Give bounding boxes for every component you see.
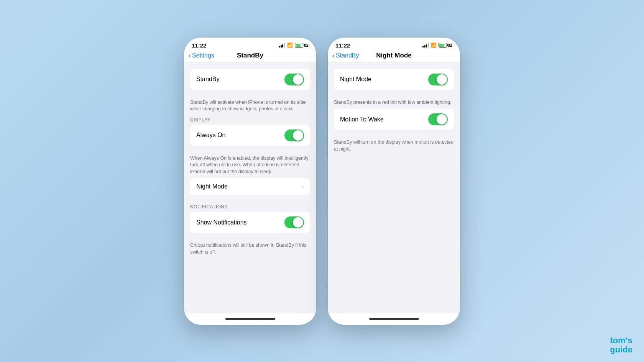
show-notifications-label: Show Notifications <box>196 219 247 226</box>
status-icons-2: 📶 82 <box>422 43 452 48</box>
notifications-desc: Critical notifications will still be sho… <box>184 241 316 256</box>
signal-icon-1 <box>279 43 285 48</box>
time-1: 11:22 <box>192 42 206 49</box>
show-notifications-knob <box>293 217 303 228</box>
status-icons-1: 📶 82 <box>279 43 309 48</box>
battery-pct-2: 82 <box>448 43 452 48</box>
home-bar-2 <box>369 318 419 320</box>
standby-group: StandBy <box>190 69 310 90</box>
back-button-2[interactable]: ‹ StandBy <box>332 52 359 59</box>
content-2: Night Mode StandBy presents in a red tin… <box>328 63 460 313</box>
night-mode-toggle-knob <box>437 74 447 85</box>
signal-icon-2 <box>422 43 429 48</box>
night-mode-settings-group: Night Mode <box>334 69 454 90</box>
motion-to-wake-item[interactable]: Motion To Wake <box>334 109 454 130</box>
nav-bar-2: ‹ StandBy Night Mode <box>328 50 460 63</box>
battery-fill-1 <box>296 44 301 47</box>
night-mode-label: Night Mode <box>196 183 228 190</box>
battery-2: 82 <box>439 43 452 48</box>
wifi-icon-2: 📶 <box>431 43 437 48</box>
battery-1: 82 <box>295 43 309 48</box>
always-on-label: Always On <box>196 132 225 139</box>
motion-wake-group: Motion To Wake <box>334 109 454 130</box>
motion-to-wake-label: Motion To Wake <box>340 116 384 123</box>
back-label-1: Settings <box>192 52 214 59</box>
battery-body-2 <box>439 43 447 48</box>
always-on-toggle[interactable] <box>284 129 304 141</box>
home-indicator-2 <box>328 313 460 325</box>
display-group: Always On <box>190 125 310 146</box>
battery-pct-1: 82 <box>304 43 309 48</box>
status-bar-2: 11:22 📶 82 <box>328 38 460 50</box>
iphone-standby: 11:22 📶 82 ‹ Settings StandBy StandBy <box>184 38 316 325</box>
standby-label: StandBy <box>196 76 219 83</box>
always-on-desc: When Always On is enabled, the display w… <box>184 154 316 175</box>
back-label-2: StandBy <box>336 52 359 59</box>
iphone-night-mode: 11:22 📶 82 ‹ StandBy Night Mode Nig <box>328 38 460 325</box>
nav-bar-1: ‹ Settings StandBy <box>184 50 316 63</box>
home-indicator-1 <box>184 313 316 325</box>
notifications-section-header: NOTIFICATIONS <box>184 203 316 212</box>
night-mode-toggle[interactable] <box>428 74 448 85</box>
content-1: StandBy StandBy will activate when iPhon… <box>184 63 316 313</box>
back-chevron-1: ‹ <box>189 52 191 59</box>
battery-fill-2 <box>439 44 444 47</box>
status-bar-1: 11:22 📶 82 <box>184 38 316 50</box>
night-mode-item[interactable]: Night Mode › <box>190 178 310 195</box>
standby-desc: StandBy will activate when iPhone is tur… <box>184 98 316 113</box>
time-2: 11:22 <box>335 42 350 49</box>
back-button-1[interactable]: ‹ Settings <box>189 52 214 59</box>
display-section-header: DISPLAY <box>184 116 316 125</box>
night-mode-setting-label: Night Mode <box>340 76 371 83</box>
watermark: tom's guide <box>610 336 632 354</box>
night-mode-chevron: › <box>302 183 304 190</box>
standby-item[interactable]: StandBy <box>190 69 310 90</box>
battery-body-1 <box>295 43 303 48</box>
standby-toggle[interactable] <box>284 74 304 85</box>
watermark-line2: guide <box>610 345 632 354</box>
back-chevron-2: ‹ <box>332 52 335 59</box>
motion-to-wake-toggle[interactable] <box>428 113 448 125</box>
night-mode-desc: StandBy presents in a red tint with low … <box>328 98 460 106</box>
night-mode-toggle-item[interactable]: Night Mode <box>334 69 454 90</box>
show-notifications-item[interactable]: Show Notifications <box>190 212 310 233</box>
motion-to-wake-desc: StandBy will turn on the display when mo… <box>328 138 460 152</box>
notifications-group: Show Notifications <box>190 212 310 233</box>
always-on-item[interactable]: Always On <box>190 125 310 146</box>
motion-to-wake-knob <box>437 114 447 124</box>
watermark-line1: tom's <box>610 336 632 345</box>
show-notifications-toggle[interactable] <box>284 216 304 228</box>
nav-title-2: Night Mode <box>376 52 412 59</box>
nav-title-1: StandBy <box>237 52 263 59</box>
night-mode-group: Night Mode › <box>190 178 310 195</box>
wifi-icon-1: 📶 <box>287 43 293 48</box>
home-bar-1 <box>225 318 275 320</box>
always-on-knob <box>293 130 303 141</box>
standby-toggle-knob <box>293 74 303 85</box>
